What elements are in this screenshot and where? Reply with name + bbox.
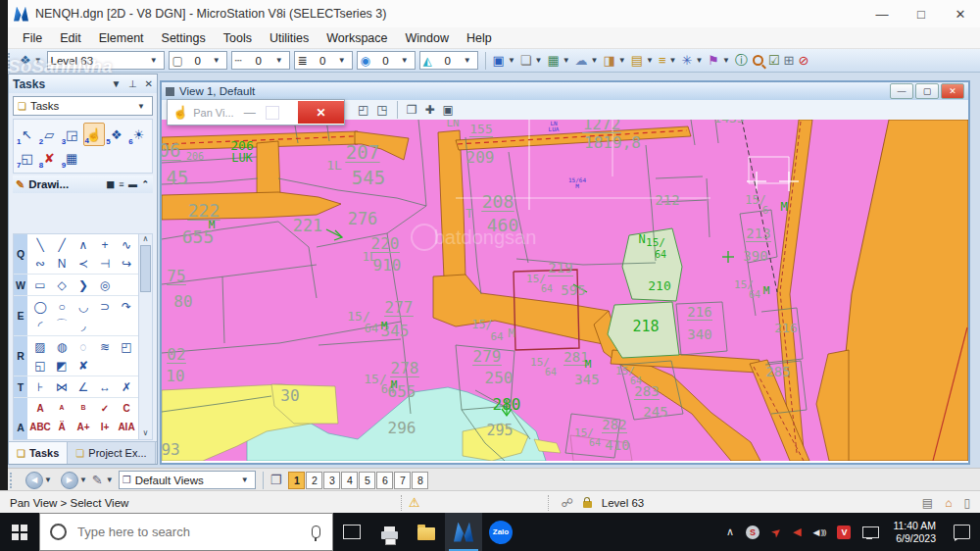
find-replace-icon[interactable]: [753, 55, 763, 66]
drawing-tool-icon[interactable]: ◞: [73, 316, 94, 334]
new-file-icon[interactable]: ❏: [520, 52, 532, 70]
drawing-tool-icon[interactable]: ✓: [94, 399, 116, 418]
view-previous-icon[interactable]: ◰: [358, 103, 368, 117]
active-line-weight-combo[interactable]: ≣0▼: [294, 51, 353, 70]
lock-icon[interactable]: [583, 501, 592, 508]
view-number-7[interactable]: 7: [394, 472, 411, 489]
taskbar-clock[interactable]: 11:40 AM 6/9/2023: [893, 520, 936, 545]
zalo-app-button[interactable]: Zalo: [482, 513, 519, 551]
drawing-tool-icon[interactable]: ◌: [73, 337, 94, 356]
drawing-tool-icon[interactable]: AZ: [51, 436, 73, 440]
minimize-button[interactable]: —: [862, 1, 902, 26]
attributes-icon[interactable]: ❖: [20, 52, 31, 70]
drawing-tool-icon[interactable]: +: [94, 235, 116, 254]
drawing-tool-icon[interactable]: ᴬ: [51, 399, 73, 418]
drawing-tool-icon[interactable]: ⌒: [51, 316, 73, 334]
drawing-tool-icon[interactable]: ◰: [116, 337, 137, 356]
microstation-app-button[interactable]: [445, 513, 482, 551]
drawing-tool-icon[interactable]: ⊃: [94, 297, 116, 316]
chevron-down-icon[interactable]: ▼: [401, 56, 409, 65]
network-icon[interactable]: [862, 526, 879, 538]
chevron-down-icon[interactable]: ▼: [563, 56, 570, 65]
active-priority-combo[interactable]: ◭0▼: [419, 51, 478, 70]
view-number-2[interactable]: 2: [306, 472, 322, 489]
chevron-down-icon[interactable]: ▼: [34, 56, 42, 65]
cells-icon[interactable]: ⊞: [784, 52, 795, 70]
chevron-down-icon[interactable]: ▼: [508, 56, 515, 65]
drawing-tool-icon[interactable]: ∾: [29, 254, 51, 273]
chevron-down-icon[interactable]: ▼: [618, 56, 626, 65]
active-transparency-combo[interactable]: ◉0▼: [357, 51, 416, 70]
view-number-8[interactable]: 8: [412, 472, 428, 489]
scrollbar-thumb[interactable]: [140, 245, 151, 292]
drawing-tool-icon[interactable]: ◱: [29, 356, 51, 375]
drawing-tool-icon[interactable]: ↔: [94, 377, 116, 396]
primary-tools-icon[interactable]: ▣: [493, 52, 505, 70]
drawing-tool-icon[interactable]: ◯: [29, 297, 51, 316]
drawing-tool-icon[interactable]: ⊦: [29, 377, 51, 396]
menu-item-utilities[interactable]: Utilities: [261, 31, 318, 45]
active-level-combo[interactable]: Level 63 ▼: [47, 51, 165, 70]
panel-tab-projectex[interactable]: ❏Project Ex...: [68, 442, 155, 464]
drawing-tool-icon[interactable]: ◍: [51, 337, 73, 356]
back-button[interactable]: ◀: [25, 472, 43, 489]
pattern-tool[interactable]: ▦9: [61, 146, 83, 170]
menu-item-workspace[interactable]: Workspace: [318, 31, 396, 45]
forward-button[interactable]: ▶: [61, 472, 78, 489]
snaps-icon[interactable]: ✳: [681, 52, 692, 70]
chevron-down-icon[interactable]: ▼: [241, 476, 249, 484]
drawing-tool-icon[interactable]: ↷: [116, 297, 137, 316]
drawing-tool-icon[interactable]: ⋈: [51, 377, 73, 396]
drawing-tool-icon[interactable]: ○: [51, 297, 73, 316]
search-input[interactable]: [75, 524, 312, 540]
pan-dialog-minimize[interactable]: —: [244, 106, 256, 120]
copy-view-icon[interactable]: ❐: [407, 103, 417, 117]
chevron-down-icon[interactable]: ▼: [646, 56, 654, 65]
drawing-tool-icon[interactable]: ◜: [29, 316, 51, 334]
pan-view-tool[interactable]: ☝4: [83, 123, 106, 146]
drawing-tool-icon[interactable]: ABC: [29, 418, 51, 436]
warning-icon[interactable]: ⚠: [409, 495, 420, 510]
printer-app-button[interactable]: [370, 513, 408, 551]
auxiliary-coordinates-icon[interactable]: ⚑: [708, 52, 719, 70]
display-style-tool[interactable]: ☀6: [127, 123, 150, 146]
active-color-combo[interactable]: ▢0▼: [169, 51, 227, 70]
drawing-tool-icon[interactable]: ❯: [73, 276, 94, 294]
snap-mode-icon[interactable]: ☍: [562, 496, 573, 510]
menu-item-edit[interactable]: Edit: [51, 31, 90, 45]
element-information-icon[interactable]: ⓘ: [735, 52, 748, 70]
pan-view-dialog[interactable]: ☝ Pan Vi... — ✕: [167, 99, 345, 125]
volume-icon[interactable]: ◀))): [812, 527, 825, 537]
drawing-tool-icon[interactable]: ↪: [116, 254, 137, 273]
chevron-down-icon[interactable]: ▼: [338, 56, 346, 65]
chevron-down-icon[interactable]: ▼: [44, 476, 52, 484]
chevron-down-icon[interactable]: ▼: [213, 56, 220, 65]
scrollbar[interactable]: ∧ ∨: [138, 234, 152, 439]
drawing-tool-icon[interactable]: ᴮ: [73, 399, 94, 418]
drawing-tool-icon[interactable]: Ä: [51, 418, 73, 436]
toolbar-grip[interactable]: [10, 473, 16, 488]
chevron-down-icon[interactable]: ▼: [275, 56, 283, 65]
chevron-down-icon[interactable]: ▼: [106, 476, 114, 484]
element-selection-tool[interactable]: ↖1: [16, 123, 38, 146]
chevron-down-icon[interactable]: ▼: [722, 56, 730, 65]
pointer-tool-icon[interactable]: ✎: [92, 472, 103, 489]
drawing-tool-icon[interactable]: ◩: [51, 356, 73, 375]
toolbar-grip[interactable]: [8, 53, 14, 69]
tray-pin-icon[interactable]: ➤: [768, 524, 785, 540]
chevron-down-icon[interactable]: ▼: [137, 102, 145, 111]
tray-triangle-icon[interactable]: ◀: [793, 526, 801, 538]
hidden-icons-chevron[interactable]: ∧: [726, 526, 734, 538]
copy-element-tool[interactable]: ◲3: [61, 123, 83, 146]
tasks-combo[interactable]: ❏ Tasks ▼: [13, 96, 153, 116]
view-attributes-icon[interactable]: ▣: [443, 103, 454, 117]
chevron-down-icon[interactable]: ▼: [591, 56, 599, 65]
close-button[interactable]: ✕: [941, 1, 980, 26]
view-number-1[interactable]: 1: [288, 472, 305, 489]
drawing-tool-icon[interactable]: I+: [94, 418, 116, 436]
drawing-tool-icon[interactable]: C: [116, 399, 137, 418]
status-clipboard-icon[interactable]: ▯: [963, 496, 970, 510]
change-attributes-tool[interactable]: ❖5: [105, 123, 127, 146]
drawing-tool-icon[interactable]: ⊣: [94, 254, 116, 273]
status-page-icon[interactable]: ▤: [922, 496, 933, 510]
